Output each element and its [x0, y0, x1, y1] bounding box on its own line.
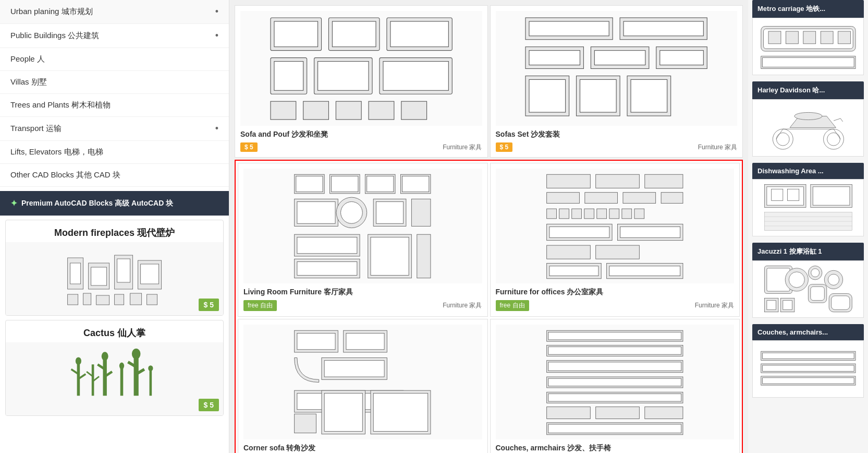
svg-rect-116: [346, 333, 384, 349]
sidebar-item-villas[interactable]: Villas 别墅: [0, 71, 229, 94]
product-image-sofas-set: [496, 11, 738, 126]
selection-box: Living Room Furniture 客厅家具 free 自由 Furni…: [235, 160, 743, 453]
sidebar-item-other[interactable]: Other CAD Blocks 其他 CAD 块: [0, 164, 229, 187]
svg-rect-1: [70, 263, 80, 284]
svg-rect-57: [594, 50, 645, 65]
price-badge-fireplaces: $ 5: [199, 299, 219, 311]
svg-rect-94: [661, 192, 683, 203]
sidebar-item-trees[interactable]: Trees and Plants 树木和植物: [0, 94, 229, 117]
svg-rect-177: [766, 187, 803, 205]
product-footer-sofas-set: $ 5 Furniture 家具: [496, 142, 738, 152]
svg-rect-201: [783, 301, 792, 310]
svg-point-189: [789, 272, 804, 288]
svg-rect-36: [332, 21, 376, 46]
product-title-sofa-pouf: Sofa and Pouf 沙发和坐凳: [240, 130, 482, 139]
svg-line-173: [834, 118, 840, 121]
product-card-living-room[interactable]: Living Room Furniture 客厅家具 free 自由 Furni…: [238, 163, 488, 317]
svg-rect-89: [596, 174, 640, 188]
sidebar-item-public[interactable]: Public Buildings 公共建筑 •: [0, 24, 229, 48]
top-row: Sofa and Pouf 沙发和坐凳 $ 5 Furniture 家具: [235, 5, 743, 158]
svg-rect-11: [114, 294, 124, 305]
svg-rect-162: [821, 31, 833, 44]
promo-fireplaces-image: $ 5: [6, 242, 223, 315]
svg-point-17: [76, 357, 81, 365]
svg-rect-47: [336, 101, 361, 120]
category-offices: Furniture 家具: [695, 301, 734, 310]
svg-rect-118: [325, 360, 385, 376]
dot-icon: •: [215, 123, 218, 134]
svg-rect-80: [412, 199, 431, 226]
product-grid: Living Room Furniture 客厅家具 free 自由 Furni…: [238, 163, 740, 453]
svg-rect-121: [295, 414, 316, 433]
right-item-image-couches: [752, 340, 864, 398]
product-card-offices[interactable]: Furniture for offices 办公室家具 free 自由 Furn…: [490, 163, 740, 317]
right-item-title-metro: Metro carriage 地铁...: [752, 0, 864, 18]
product-footer-living-room: free 自由 Furniture 家具: [243, 300, 482, 311]
right-item-jacuzzi[interactable]: Jacuzzi 1 按摩浴缸 1: [752, 243, 864, 318]
svg-rect-135: [548, 394, 681, 401]
right-item-couches[interactable]: Couches, armchairs...: [752, 324, 864, 398]
svg-point-77: [341, 201, 363, 223]
svg-rect-114: [297, 333, 335, 349]
free-tag-living-room: free 自由: [243, 300, 277, 311]
svg-rect-42: [317, 61, 369, 90]
svg-rect-48: [369, 101, 394, 120]
svg-rect-45: [271, 101, 296, 120]
svg-rect-87: [417, 234, 431, 278]
product-card-couches[interactable]: Couches, armchairs 沙发、扶手椅 free 自由 Furnit…: [490, 319, 740, 453]
premium-box[interactable]: ✦ Premium AutoCAD Blocks 高级 AutoCAD 块: [0, 191, 229, 216]
svg-rect-51: [529, 21, 609, 35]
product-card-sofa-pouf[interactable]: Sofa and Pouf 沙发和坐凳 $ 5 Furniture 家具: [235, 5, 488, 158]
svg-line-174: [840, 118, 842, 122]
svg-rect-108: [596, 245, 640, 259]
svg-rect-100: [609, 209, 619, 219]
svg-rect-49: [401, 101, 426, 120]
svg-rect-7: [140, 264, 158, 284]
svg-rect-131: [548, 362, 681, 371]
product-image-offices: [496, 169, 735, 283]
svg-point-167: [776, 133, 789, 146]
promo-card-cactus[interactable]: Cactus 仙人掌: [5, 320, 224, 416]
svg-rect-95: [547, 209, 557, 219]
svg-rect-101: [622, 209, 632, 219]
svg-rect-88: [547, 174, 591, 188]
sidebar-item-lifts[interactable]: Lifts, Elevators 电梯，电梯: [0, 141, 229, 164]
product-card-sofas-set[interactable]: Sofas Set 沙发套装 $ 5 Furniture 家具: [490, 5, 743, 158]
sidebar-item-transport[interactable]: Transport 运输 •: [0, 117, 229, 141]
product-title-offices: Furniture for offices 办公室家具: [496, 288, 735, 297]
svg-rect-133: [548, 378, 681, 386]
right-item-metro[interactable]: Metro carriage 地铁...: [752, 0, 864, 75]
right-item-dishwashing[interactable]: Dishwashing Area ...: [752, 163, 864, 236]
free-tag-offices: free 自由: [496, 300, 529, 311]
svg-rect-193: [810, 287, 824, 301]
right-item-title-couches: Couches, armchairs...: [752, 324, 864, 340]
category-living-room: Furniture 家具: [443, 301, 482, 310]
sidebar-item-people[interactable]: People 人: [0, 48, 229, 71]
right-item-title-harley: Harley Davidson 哈...: [752, 81, 864, 99]
svg-rect-10: [96, 295, 109, 305]
svg-rect-160: [786, 31, 798, 44]
svg-rect-86: [371, 237, 409, 275]
svg-rect-107: [547, 245, 591, 259]
product-card-corner-sofa[interactable]: Corner sofa 转角沙发 free 自由 Furniture 家具: [238, 319, 488, 453]
right-item-title-jacuzzi: Jacuzzi 1 按摩浴缸 1: [752, 243, 864, 260]
left-sidebar: Urban planing 城市规划 • Public Buildings 公共…: [0, 0, 229, 453]
sidebar-nav: Urban planing 城市规划 • Public Buildings 公共…: [0, 0, 229, 187]
promo-card-fireplaces[interactable]: Modern fireplaces 现代壁炉 $ 5: [5, 220, 224, 316]
svg-rect-44: [383, 61, 448, 90]
category-sofa-pouf: Furniture 家具: [443, 143, 482, 152]
svg-point-169: [827, 133, 840, 146]
svg-rect-63: [529, 79, 566, 112]
svg-rect-181: [813, 187, 850, 205]
category-sofas-set: Furniture 家具: [698, 143, 737, 152]
svg-rect-93: [623, 192, 656, 203]
svg-rect-40: [274, 61, 303, 90]
svg-line-171: [776, 129, 783, 139]
sidebar-item-urban[interactable]: Urban planing 城市规划 •: [0, 0, 229, 24]
right-item-harley[interactable]: Harley Davidson 哈...: [752, 81, 864, 157]
svg-rect-46: [303, 101, 328, 120]
svg-rect-34: [274, 21, 318, 46]
svg-rect-75: [297, 201, 335, 223]
svg-line-172: [834, 129, 840, 139]
svg-rect-161: [803, 31, 815, 44]
